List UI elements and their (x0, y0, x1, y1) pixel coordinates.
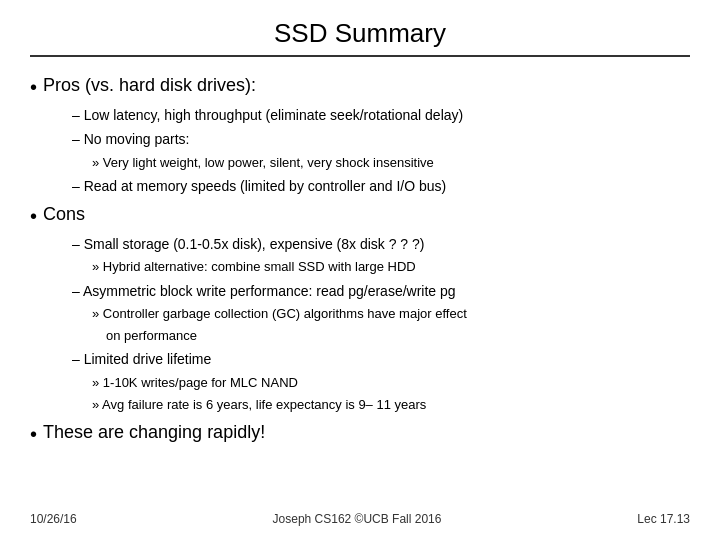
cons-label: Cons (43, 204, 85, 225)
cons-subitem-2: » Controller garbage collection (GC) alg… (92, 305, 690, 323)
cons-bullet: • Cons (30, 204, 690, 228)
changing-label: These are changing rapidly! (43, 422, 265, 443)
bullet-dot-pros: • (30, 75, 37, 99)
cons-subitem-1: » Hybrid alternative: combine small SSD … (92, 258, 690, 276)
title-container: SSD Summary (30, 18, 690, 57)
cons-item-3: – Limited drive lifetime (72, 349, 690, 369)
slide-title: SSD Summary (30, 18, 690, 49)
footer-right: Lec 17.13 (637, 512, 690, 526)
cons-subitem-4: » Avg failure rate is 6 years, life expe… (92, 396, 690, 414)
pros-item-3: – Read at memory speeds (limited by cont… (72, 176, 690, 196)
pros-subitem-1: » Very light weight, low power, silent, … (92, 154, 690, 172)
footer-left: 10/26/16 (30, 512, 77, 526)
pros-label: Pros (vs. hard disk drives): (43, 75, 256, 96)
cons-subitem-2-cont: on performance (106, 327, 690, 345)
footer-center: Joseph CS162 ©UCB Fall 2016 (273, 512, 442, 526)
bullet-dot-cons: • (30, 204, 37, 228)
cons-item-2: – Asymmetric block write performance: re… (72, 281, 690, 301)
footer: 10/26/16 Joseph CS162 ©UCB Fall 2016 Lec… (30, 506, 690, 526)
slide: SSD Summary • Pros (vs. hard disk drives… (0, 0, 720, 540)
changing-bullet: • These are changing rapidly! (30, 422, 690, 446)
slide-content: • Pros (vs. hard disk drives): – Low lat… (30, 71, 690, 506)
cons-subitem-3: » 1-10K writes/page for MLC NAND (92, 374, 690, 392)
pros-bullet: • Pros (vs. hard disk drives): (30, 75, 690, 99)
pros-item-2: – No moving parts: (72, 129, 690, 149)
pros-item-1: – Low latency, high throughput (eliminat… (72, 105, 690, 125)
cons-item-1: – Small storage (0.1-0.5x disk), expensi… (72, 234, 690, 254)
bullet-dot-changing: • (30, 422, 37, 446)
